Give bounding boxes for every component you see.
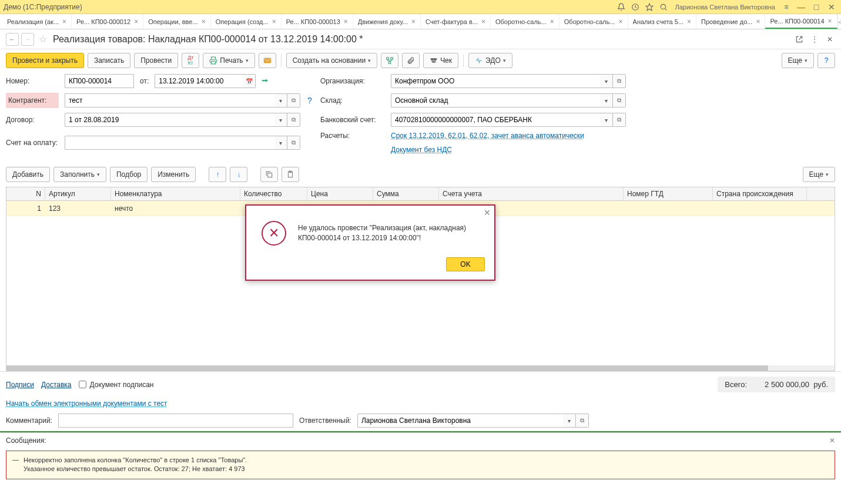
tab[interactable]: Счет-фактура в...×: [421, 14, 491, 29]
date-field[interactable]: [155, 74, 243, 88]
tab[interactable]: Ре... КП00-000014×: [765, 14, 837, 29]
col-article[interactable]: Артикул: [45, 187, 111, 200]
open-new-window-icon[interactable]: [794, 34, 805, 45]
bank-field[interactable]: [391, 113, 600, 127]
calendar-icon[interactable]: 📅: [243, 74, 256, 88]
contract-field[interactable]: [65, 113, 274, 127]
grid-horizontal-scrollbar[interactable]: [6, 365, 835, 371]
edo-button[interactable]: ЭДО▾: [468, 53, 512, 68]
menu-icon[interactable]: ≡: [781, 2, 792, 12]
start-edo-link[interactable]: Начать обмен электронными документами с …: [6, 399, 167, 408]
nav-forward-button[interactable]: →: [21, 33, 34, 46]
tab[interactable]: Операции, вве...×: [143, 14, 210, 29]
bank-dropdown-icon[interactable]: ▾: [600, 113, 613, 127]
col-gtd[interactable]: Номер ГТД: [624, 187, 713, 200]
structure-button[interactable]: [381, 53, 398, 68]
paste-button[interactable]: [282, 167, 299, 182]
tab[interactable]: Движения доку...×: [353, 14, 421, 29]
move-up-button[interactable]: ↑: [209, 167, 226, 182]
star-icon[interactable]: [644, 2, 655, 12]
tab-close-icon[interactable]: ×: [344, 18, 348, 26]
tab[interactable]: Проведение до...×: [696, 14, 765, 29]
doc-signed-checkbox[interactable]: Документ подписан: [79, 381, 154, 389]
contract-dropdown-icon[interactable]: ▾: [274, 113, 287, 127]
col-quantity[interactable]: Количество: [240, 187, 307, 200]
invoice-dropdown-icon[interactable]: ▾: [274, 136, 287, 150]
page-close-icon[interactable]: ✕: [825, 34, 835, 45]
responsible-dropdown-icon[interactable]: ▾: [563, 414, 576, 428]
col-price[interactable]: Цена: [307, 187, 373, 200]
delivery-link[interactable]: Доставка: [41, 381, 72, 389]
col-accounts[interactable]: Счета учета: [439, 187, 624, 200]
tab-close-icon[interactable]: ×: [62, 18, 66, 26]
invoice-field[interactable]: [65, 136, 274, 150]
tab-close-icon[interactable]: ×: [134, 18, 138, 26]
edit-row-button[interactable]: Изменить: [151, 167, 196, 182]
search-icon[interactable]: [658, 2, 669, 12]
col-n[interactable]: N: [6, 187, 45, 200]
warehouse-dropdown-icon[interactable]: ▾: [600, 93, 613, 107]
contract-open-icon[interactable]: ⧉: [287, 113, 300, 127]
comment-field[interactable]: [58, 414, 293, 428]
bell-icon[interactable]: [616, 2, 626, 12]
partner-dropdown-icon[interactable]: ▾: [274, 93, 287, 107]
page-menu-icon[interactable]: ⋮: [809, 34, 820, 45]
favorite-icon[interactable]: ☆: [39, 33, 47, 45]
help-button[interactable]: ?: [817, 53, 835, 68]
dialog-ok-button[interactable]: OK: [446, 257, 485, 271]
calc-link[interactable]: Срок 13.12.2019, 62.01, 62.02, зачет ава…: [391, 132, 584, 140]
org-field[interactable]: [391, 74, 600, 88]
add-row-button[interactable]: Добавить: [6, 167, 50, 182]
tab-prev-button[interactable]: ◁: [837, 14, 841, 29]
responsible-open-icon[interactable]: ⧉: [576, 414, 589, 428]
tab-close-icon[interactable]: ×: [202, 18, 206, 26]
nav-back-button[interactable]: ←: [6, 33, 19, 46]
message-item[interactable]: — Некорректно заполнена колонка "Количес…: [6, 451, 835, 479]
tab-close-icon[interactable]: ×: [828, 17, 832, 25]
maximize-button[interactable]: □: [810, 2, 822, 12]
create-based-button[interactable]: Создать на основании▾: [286, 53, 378, 68]
email-button[interactable]: [259, 53, 276, 68]
dialog-close-icon[interactable]: ✕: [484, 208, 491, 217]
tab[interactable]: Ре... КП00-000012×: [72, 14, 143, 29]
tab-close-icon[interactable]: ×: [481, 18, 485, 26]
pick-button[interactable]: Подбор: [110, 167, 148, 182]
messages-close-icon[interactable]: ✕: [829, 436, 835, 445]
attachment-button[interactable]: [402, 53, 420, 68]
warehouse-field[interactable]: [391, 93, 600, 107]
warehouse-open-icon[interactable]: ⧉: [613, 93, 626, 107]
tab[interactable]: Оборотно-саль...×: [491, 14, 559, 29]
invoice-open-icon[interactable]: ⧉: [287, 136, 300, 150]
move-down-button[interactable]: ↓: [230, 167, 247, 182]
minimize-button[interactable]: —: [795, 2, 807, 12]
tab-close-icon[interactable]: ×: [411, 18, 416, 26]
partner-field[interactable]: [65, 93, 274, 107]
number-field[interactable]: [65, 74, 134, 88]
save-button[interactable]: Записать: [88, 53, 130, 68]
tab[interactable]: Реализация (ак...×: [2, 14, 72, 29]
post-flag-icon[interactable]: ⮕: [262, 77, 269, 85]
tab[interactable]: Ре... КП00-000013×: [282, 14, 353, 29]
no-vat-link[interactable]: Документ без НДС: [391, 146, 452, 154]
bank-open-icon[interactable]: ⧉: [613, 113, 626, 127]
signatures-link[interactable]: Подписи: [6, 381, 34, 389]
copy-button[interactable]: [260, 167, 278, 182]
org-dropdown-icon[interactable]: ▾: [600, 74, 613, 88]
tab[interactable]: Операция (созд...×: [211, 14, 282, 29]
tab-close-icon[interactable]: ×: [550, 18, 554, 26]
col-country[interactable]: Страна происхождения: [713, 187, 807, 200]
dt-kt-button[interactable]: ДтКт: [182, 53, 199, 68]
check-button[interactable]: Чек: [423, 53, 458, 68]
tab[interactable]: Оборотно-саль...×: [559, 14, 628, 29]
close-button[interactable]: ✕: [826, 2, 837, 12]
tab-close-icon[interactable]: ×: [756, 18, 760, 26]
responsible-field[interactable]: [357, 414, 563, 428]
history-icon[interactable]: [630, 2, 641, 12]
table-more-button[interactable]: Еще▾: [803, 167, 835, 182]
tab[interactable]: Анализ счета 5...×: [628, 14, 696, 29]
post-and-close-button[interactable]: Провести и закрыть: [6, 53, 84, 68]
fill-button[interactable]: Заполнить▾: [53, 167, 106, 182]
post-button[interactable]: Провести: [134, 53, 178, 68]
col-nomenclature[interactable]: Номенклатура: [111, 187, 240, 200]
col-sum[interactable]: Сумма: [373, 187, 439, 200]
